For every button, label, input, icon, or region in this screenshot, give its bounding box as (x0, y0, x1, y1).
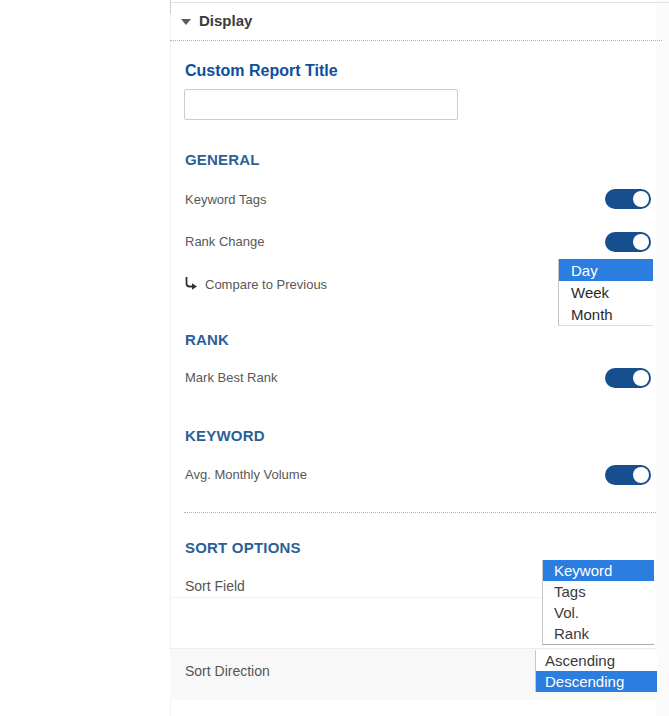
divider-dotted-top (170, 40, 662, 41)
level-down-arrow-icon (184, 276, 198, 290)
display-settings-panel: Display Custom Report Title GENERAL Keyw… (0, 0, 669, 716)
dropdown-option-month[interactable]: Month (559, 303, 653, 325)
dropdown-option-descending[interactable]: Descending (536, 671, 657, 692)
keyword-tags-label: Keyword Tags (185, 192, 266, 207)
divider-dotted-middle (184, 512, 656, 513)
dropdown-option-ascending[interactable]: Ascending (536, 650, 657, 671)
keyword-tags-toggle[interactable] (605, 189, 651, 209)
toggle-knob (633, 234, 649, 250)
right-gutter (656, 0, 669, 716)
toggle-knob (633, 191, 649, 207)
custom-report-title-heading: Custom Report Title (185, 62, 338, 80)
collapse-triangle-icon (181, 19, 191, 25)
toggle-knob (633, 467, 649, 483)
panel-left-border-top (170, 0, 171, 14)
sort-field-dropdown: Keyword Tags Vol. Rank (542, 560, 654, 645)
compare-to-previous-label: Compare to Previous (205, 277, 327, 292)
general-section-heading: GENERAL (185, 151, 260, 168)
dropdown-option-week[interactable]: Week (559, 281, 653, 303)
panel-left-border (170, 0, 171, 716)
rank-change-label: Rank Change (185, 234, 265, 249)
avg-monthly-volume-label: Avg. Monthly Volume (185, 467, 307, 482)
dropdown-option-vol[interactable]: Vol. (543, 602, 654, 623)
avg-monthly-volume-toggle[interactable] (605, 465, 651, 485)
compare-to-previous-row: Compare to Previous (184, 275, 404, 293)
display-section-header[interactable]: Display (181, 12, 381, 34)
mark-best-rank-toggle[interactable] (605, 368, 651, 388)
sort-direction-dropdown: Ascending Descending (535, 650, 657, 692)
sort-direction-label: Sort Direction (185, 663, 270, 679)
sort-field-label: Sort Field (185, 578, 245, 594)
compare-period-dropdown: Day Week Month (558, 259, 653, 326)
dropdown-option-rank[interactable]: Rank (543, 623, 654, 644)
dropdown-option-keyword[interactable]: Keyword (543, 560, 654, 581)
dropdown-option-day[interactable]: Day (559, 259, 653, 281)
rank-section-heading: RANK (185, 331, 229, 348)
dropdown-option-tags[interactable]: Tags (543, 581, 654, 602)
toggle-knob (633, 370, 649, 386)
sort-options-heading: SORT OPTIONS (185, 539, 301, 556)
rank-change-toggle[interactable] (605, 232, 651, 252)
custom-report-title-input[interactable] (184, 89, 458, 120)
panel-top-border (170, 2, 669, 3)
mark-best-rank-label: Mark Best Rank (185, 370, 277, 385)
display-section-label: Display (199, 12, 252, 29)
keyword-section-heading: KEYWORD (185, 427, 265, 444)
